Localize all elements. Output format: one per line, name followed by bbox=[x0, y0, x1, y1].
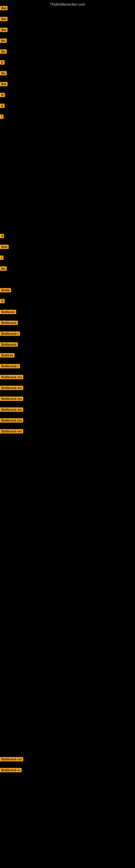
badge-item: Bottlene bbox=[0, 353, 14, 358]
badge-item: Bottleneck re bbox=[0, 768, 21, 772]
badge-item: Bot bbox=[0, 17, 8, 21]
badge-item: Bottlenec bbox=[0, 310, 16, 314]
badge-item: Bot bbox=[0, 6, 8, 10]
badge-item: B bbox=[0, 93, 5, 97]
badge-item: Bo bbox=[0, 38, 7, 43]
badge-item: I bbox=[0, 115, 3, 119]
badge-item: Bottleneck res bbox=[0, 397, 23, 401]
badge-item: Bo bbox=[0, 267, 7, 271]
badge-item: Bo bbox=[0, 71, 7, 75]
badge-item: Bot bbox=[0, 82, 8, 86]
badge-item: Bottleneck res bbox=[0, 418, 23, 423]
badge-item: E bbox=[0, 104, 5, 108]
badge-item: Bo bbox=[0, 50, 7, 54]
badge-item: Bottleneck r bbox=[0, 332, 20, 336]
badge-item: E bbox=[0, 299, 5, 303]
badge-item: Bottleneck bbox=[0, 321, 18, 325]
badge-item: Bottleneck r bbox=[0, 364, 20, 368]
badge-item: E bbox=[0, 234, 4, 238]
badge-item: Bottleneck res bbox=[0, 757, 23, 762]
badge-item: Bottleneck bbox=[0, 342, 18, 347]
badge-item: I bbox=[0, 255, 3, 260]
badge-item: Bottleneck res bbox=[0, 407, 23, 412]
badge-item: Bottleneck res bbox=[0, 386, 23, 390]
badge-item: Bott bbox=[0, 245, 9, 249]
badge-item: Bottleneck res bbox=[0, 429, 23, 433]
badge-item: Bottleneck res bbox=[0, 375, 23, 379]
badge-item: E bbox=[0, 60, 5, 65]
badge-item: Bottle bbox=[0, 288, 11, 292]
badge-item: Bot bbox=[0, 28, 8, 32]
